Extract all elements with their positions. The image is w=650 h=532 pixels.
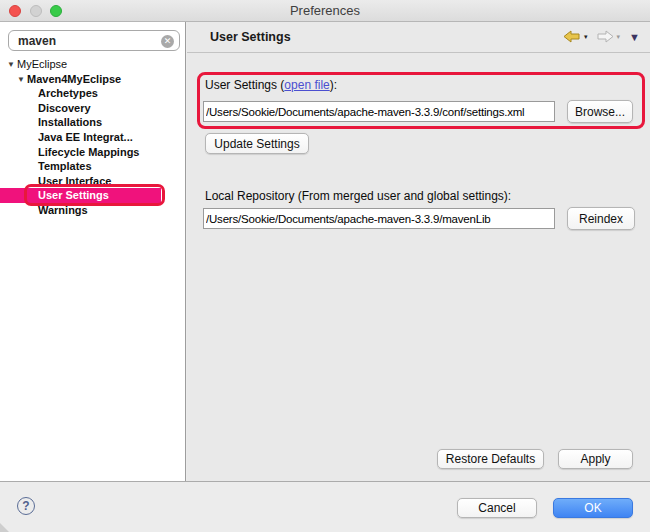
- restore-defaults-button[interactable]: Restore Defaults: [437, 449, 544, 469]
- reindex-button[interactable]: Reindex: [567, 207, 635, 230]
- tree-item-user-settings-selected[interactable]: User Settings: [0, 188, 161, 203]
- title-bar: Preferences: [0, 0, 650, 22]
- tree-item-myeclipse[interactable]: ▼MyEclipse: [0, 57, 186, 72]
- clear-search-icon[interactable]: ✕: [161, 35, 174, 48]
- tree-item-discovery[interactable]: Discovery: [0, 101, 186, 116]
- view-menu-icon[interactable]: ▼: [629, 31, 640, 43]
- preferences-window: Preferences ✕ ▼MyEclipse ▼Maven4MyEclips…: [0, 0, 650, 532]
- back-history-dropdown-icon[interactable]: ▾: [584, 33, 588, 41]
- apply-button[interactable]: Apply: [558, 449, 633, 469]
- disclosure-triangle-icon[interactable]: ▼: [17, 73, 26, 88]
- tree-item-warnings[interactable]: Warnings: [0, 203, 186, 218]
- user-settings-label: User Settings (open file):: [205, 78, 337, 92]
- tree-item-java-ee-integration[interactable]: Java EE Integrat...: [0, 130, 186, 145]
- tree-item-user-interface[interactable]: User Interface: [0, 174, 186, 189]
- disclosure-triangle-icon[interactable]: ▼: [7, 58, 16, 73]
- help-button[interactable]: ?: [17, 497, 35, 515]
- dialog-footer: ? Cancel OK: [0, 481, 650, 532]
- history-navigation: ▾ ▾ ▼: [563, 30, 640, 43]
- forward-history-dropdown-icon[interactable]: ▾: [617, 33, 621, 41]
- window-title: Preferences: [0, 3, 650, 18]
- local-repository-label: Local Repository (From merged user and g…: [205, 189, 511, 203]
- pane-header: User Settings ▾ ▾ ▼: [187, 22, 650, 53]
- cancel-button[interactable]: Cancel: [457, 498, 537, 518]
- tree-item-archetypes[interactable]: Archetypes: [0, 86, 186, 101]
- main-area: ✕ ▼MyEclipse ▼Maven4MyEclipse Archetypes…: [0, 22, 650, 481]
- page-title: User Settings: [210, 30, 291, 44]
- sidebar: ✕ ▼MyEclipse ▼Maven4MyEclipse Archetypes…: [0, 22, 186, 481]
- preferences-tree: ▼MyEclipse ▼Maven4MyEclipse Archetypes D…: [0, 57, 186, 218]
- settings-pane: User Settings ▾ ▾ ▼ User Settings (open …: [187, 22, 650, 481]
- forward-arrow-icon[interactable]: [596, 30, 614, 43]
- open-file-link[interactable]: open file: [284, 78, 329, 92]
- search-input[interactable]: [18, 32, 158, 49]
- back-arrow-icon[interactable]: [563, 30, 581, 43]
- filter-search-box[interactable]: ✕: [8, 30, 180, 51]
- pane-content: User Settings (open file): Browse... Upd…: [187, 53, 650, 481]
- resize-grip[interactable]: [0, 523, 9, 532]
- browse-button[interactable]: Browse...: [567, 100, 633, 123]
- ok-button[interactable]: OK: [553, 498, 633, 518]
- tree-item-templates[interactable]: Templates: [0, 159, 186, 174]
- local-repository-field[interactable]: [203, 208, 555, 229]
- settings-path-field[interactable]: [203, 101, 555, 122]
- update-settings-button[interactable]: Update Settings: [205, 133, 309, 154]
- tree-item-lifecycle-mappings[interactable]: Lifecycle Mappings: [0, 145, 186, 160]
- tree-item-maven4myeclipse[interactable]: ▼Maven4MyEclipse: [0, 72, 186, 87]
- tree-item-installations[interactable]: Installations: [0, 115, 186, 130]
